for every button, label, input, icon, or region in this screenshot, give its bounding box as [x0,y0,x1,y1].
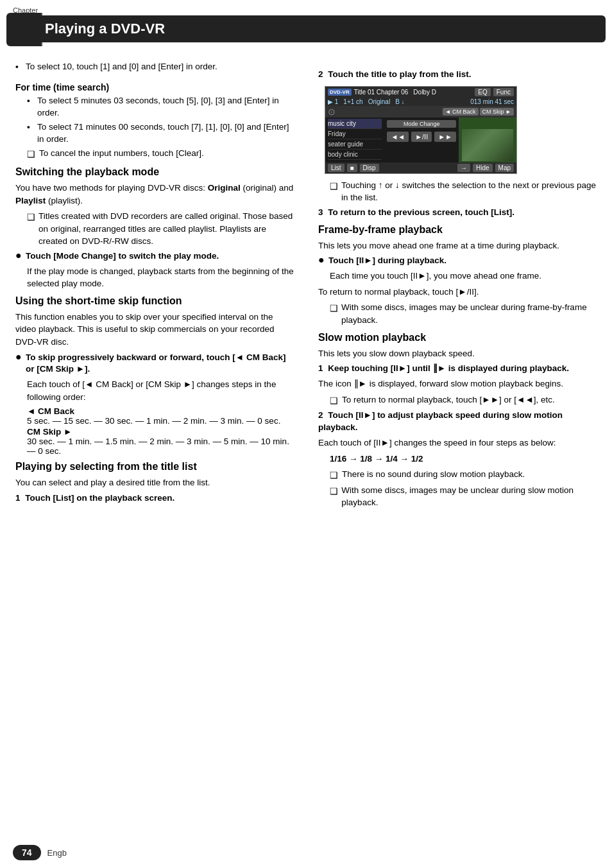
stop-btn[interactable]: ■ [347,164,357,172]
dvd-cm-buttons: ◄ CM Back CM Skip ► [443,108,514,116]
dvd-list: music city Friday seater guide body clin… [325,117,384,162]
square-sym: ❑ [330,485,337,509]
slow-step1-body: The icon ‖► is displayed, forward slow m… [318,378,599,390]
short-skip-bullet-body: Each touch of [◄ CM Back] or [CM Skip ►]… [27,378,295,403]
dvd-screen: DVD-VR Title 01 Chapter 06 Dolby D EQ Fu… [325,86,517,174]
dvd-note: ❑ Touching ↑ or ↓ switches the selection… [330,179,599,204]
step-1-text: Touch [List] on the playback screen. [25,493,174,503]
circle-sym: ● [318,255,325,267]
ctrl-prev-btn[interactable]: ◄◄ [387,132,409,142]
func-btn[interactable]: Func [493,88,514,96]
switching-title: Switching the playback mode [15,166,295,178]
slow-step1-heading: Keep touching [II►] until ‖► is displaye… [328,363,569,373]
cm-back-section: ◄ CM Back 5 sec. — 15 sec. — 30 sec. — 1… [27,406,295,426]
step-num: 1 [15,493,21,503]
switching-bullet-body: If the play mode is changed, playback st… [27,265,295,290]
dvd-sub-bar: ⊙ ◄ CM Back CM Skip ► [325,106,516,117]
frame-bullet-heading: Touch [II►] during playback. [328,256,446,265]
bullet-sym: • [27,121,33,146]
cm-back-btn[interactable]: ◄ CM Back [443,108,479,116]
dvd-top-bar: DVD-VR Title 01 Chapter 06 Dolby D EQ Fu… [325,87,516,98]
right-column: 2 Touch the title to play from the list.… [308,55,612,868]
dvd-preview-image [462,129,513,161]
short-skip-bullet-heading: To skip progressively backward or forwar… [26,352,285,374]
cm-back-steps: 5 sec. — 15 sec. — 30 sec. — 1 min. — 2 … [27,416,295,426]
short-skip-bullet: ● To skip progressively backward or forw… [15,352,295,376]
square-sym: ❑ [27,211,35,248]
disp-btn[interactable]: Disp [360,164,379,172]
switching-note: ❑ Titles created with DVD recorders are … [27,210,295,248]
square-sym: ❑ [330,180,337,204]
dvd-small-icon: ⊙ [328,107,336,117]
chapter-title-text: Playing a DVD-VR [45,21,165,37]
short-skip-body: This function enables you to skip over y… [15,311,295,349]
page-footer: 74 Engb [13,845,67,860]
dvd-note-text: Touching ↑ or ↓ switches the selection t… [341,179,599,204]
hide-btn[interactable]: Hide [473,164,493,172]
square-sym: ❑ [330,395,338,408]
list-item-2[interactable]: seater guide [328,139,382,150]
frame-note-text: With some discs, images may be unclear d… [341,301,599,326]
ctrl-play-btn[interactable]: ►/II [411,132,432,142]
step-3-label: 3 To return to the previous screen, touc… [318,207,599,219]
list-item-0[interactable]: music city [328,119,382,129]
cm-skip-btn[interactable]: CM Skip ► [480,108,514,116]
square-sym: ❑ [27,148,35,161]
square-sym: ❑ [330,469,338,482]
eq-btn[interactable]: EQ [475,88,490,96]
frame-normal-return: To return to normal playback, touch [►/I… [318,286,599,299]
dvd-playback-controls: ◄◄ ►/II ►► [387,132,456,142]
dvd-play-icon: ▶ 1 [328,98,338,105]
frame-bullet: ● Touch [II►] during playback. [318,255,599,267]
slow-step1-note-text: To return to normal playback, touch [►►]… [342,394,555,408]
frame-by-frame-body: This lets you move ahead one frame at a … [318,239,599,252]
list-item-1[interactable]: Friday [328,129,382,139]
dvd-list-panel: music city Friday seater guide body clin… [325,117,459,162]
map-btn[interactable]: Map [495,164,514,172]
dvd-title-info: Title 01 Chapter 06 [354,89,409,96]
slow-step2-note2: ❑ With some discs, images may be unclear… [330,484,599,509]
list-btn[interactable]: List [328,164,344,172]
slow-step1-num: 1 [318,363,323,373]
step-1-label: 1 Touch [List] on the playback screen. [15,492,295,505]
frame-note: ❑ With some discs, images may be unclear… [330,301,599,326]
cm-skip-steps: 30 sec. — 1 min. — 1.5 min. — 2 min. — 3… [27,437,295,456]
mode-change-btn[interactable]: Mode Change [387,120,456,128]
switching-bullet: ● Touch [Mode Change] to switch the play… [15,250,295,263]
switching-bullet-heading: Touch [Mode Change] to switch the play m… [26,251,219,261]
language-label: Engb [47,848,67,858]
slow-step2-speed: 1/16 → 1/8 → 1/4 → 1/2 [330,453,599,465]
step2-num: 2 [318,69,323,79]
main-content: • To select 10, touch [1] and [0] and [E… [0,55,612,868]
dvd-time-bar: ▶ 1 1+1 ch Original B ↓ 013 min 41 sec [325,98,516,106]
slow-step2-note1: ❑ There is no sound during slow motion p… [330,468,599,482]
slow-motion-title: Slow motion playback [318,332,599,343]
step-2-label: 2 Touch the title to play from the list. [318,69,599,81]
bullet-symbol: • [15,61,22,73]
short-skip-title: Using the short-time skip function [15,295,295,307]
circle-sym: ● [15,352,22,376]
ctrl-next-btn[interactable]: ►► [434,132,456,142]
step2-text: Touch the title to play from the list. [328,69,471,79]
dvd-list-area: music city Friday seater guide body clin… [325,117,516,162]
short-skip-bullet-content: To skip progressively backward or forwar… [26,352,295,376]
dvd-bottom-bar: List ■ Disp → Hide Map [325,162,516,173]
list-item-3[interactable]: body clinic [328,150,382,160]
arrow-btn[interactable]: → [457,164,470,172]
cm-skip-section: CM Skip ► 30 sec. — 1 min. — 1.5 min. — … [27,427,295,456]
time-search-note-text: To cancel the input numbers, touch [Clea… [39,147,204,161]
switching-bullet-content: Touch [Mode Change] to switch the play m… [26,250,219,263]
time-search-section: For time (time search) • To select 5 min… [15,82,295,161]
slow-step-1: 1 Keep touching [II►] until ‖► is displa… [318,363,599,375]
dvd-audio: Dolby D [413,89,436,96]
step3-text: To return to the previous screen, touch … [328,207,514,217]
title-list-title: Playing by selecting from the title list [15,461,295,473]
frame-bullet-body: Each time you touch [II►], you move ahea… [330,270,599,282]
slow-step2-note1-text: There is no sound during slow motion pla… [342,468,525,482]
time-search-note: ❑ To cancel the input numbers, touch [Cl… [27,147,295,161]
slow-step1-note: ❑ To return to normal playback, touch [►… [330,394,599,408]
dvd-mode-text: Original [368,98,390,105]
dvd-logo: DVD-VR [328,89,352,96]
chapter-title: Playing a DVD-VR [6,15,606,42]
time-search-bullet-1-text: To select 5 minutes 03 seconds, touch [5… [37,95,295,119]
